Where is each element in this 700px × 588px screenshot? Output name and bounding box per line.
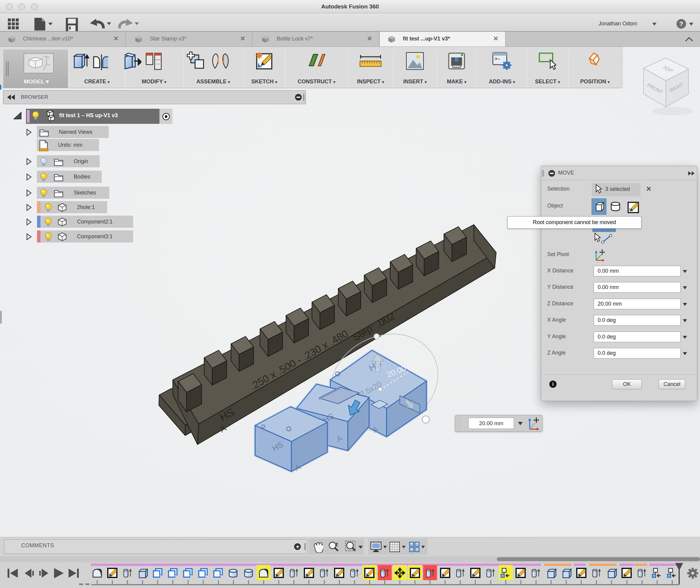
svg-text:>-: >- (495, 56, 500, 62)
